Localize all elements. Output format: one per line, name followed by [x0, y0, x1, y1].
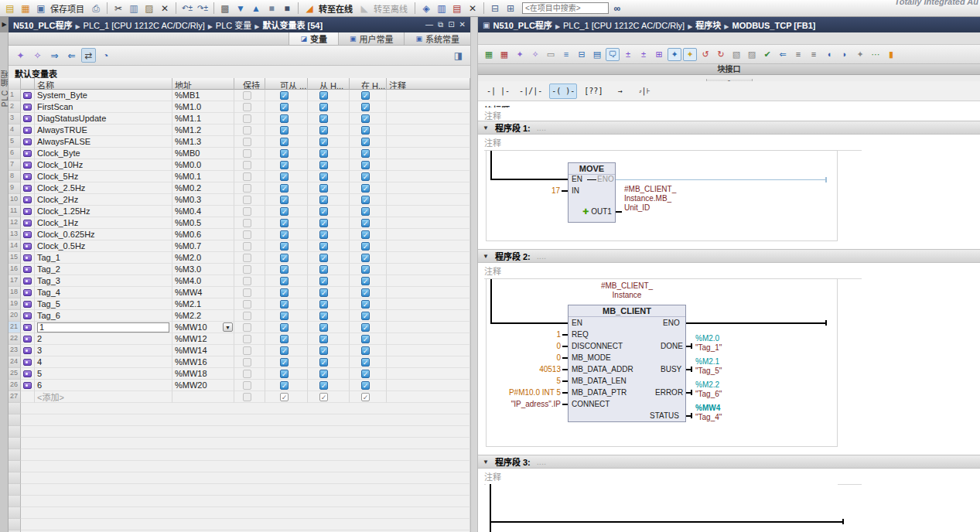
consistency-icon[interactable]: ▨ — [745, 48, 759, 61]
retain-cell[interactable] — [234, 333, 265, 345]
table-row[interactable]: 244%MW16✓✓✓ — [9, 356, 470, 368]
device-view-icon[interactable]: ▤ — [450, 2, 464, 15]
accessibility-cell[interactable]: ✓ — [308, 217, 350, 229]
retain-cell[interactable] — [234, 380, 265, 391]
checkbox[interactable]: ✓ — [361, 393, 370, 401]
accessibility-cell[interactable]: ✓ — [308, 229, 350, 240]
accessibility-cell[interactable]: ✓ — [308, 368, 350, 380]
network-1-canvas[interactable]: MOVEENENOIN17✚ OUT1#MB_CLIENT_Instance.M… — [486, 150, 838, 241]
comment-cell[interactable] — [387, 182, 470, 194]
checkbox[interactable]: ✓ — [280, 149, 289, 158]
breadcrumb-item[interactable]: 默认变量表 [54] — [262, 21, 323, 30]
accessibility-cell[interactable]: ✓ — [350, 217, 387, 229]
accessibility-cell[interactable]: ✓ — [265, 380, 308, 391]
row-number[interactable]: 8 — [9, 171, 21, 182]
tag-name-cell[interactable]: Clock_1.25Hz — [35, 206, 172, 217]
checkbox[interactable] — [243, 277, 251, 285]
accessibility-cell[interactable]: ✓ — [265, 229, 308, 240]
table-row[interactable]: 20Tag_6%M2.2✓✓✓ — [9, 310, 470, 322]
tag-address-cell[interactable]: %MW20 — [172, 380, 234, 391]
accessibility-cell[interactable]: ✓ — [350, 136, 387, 148]
favorites-add-icon[interactable]: ± — [621, 48, 635, 61]
collapse-network-icon[interactable]: ▼ — [483, 459, 489, 466]
accessibility-cell[interactable]: ✓ — [265, 287, 308, 298]
breadcrumb-item[interactable]: N510_PLC程序 — [493, 21, 551, 30]
tag-address-cell[interactable]: %M1.0 — [172, 101, 234, 113]
checkbox[interactable] — [243, 358, 251, 367]
checkbox[interactable]: ✓ — [280, 114, 289, 123]
checkbox[interactable]: ✓ — [361, 300, 370, 309]
retain-cell[interactable] — [234, 217, 265, 229]
new-project-icon[interactable]: ▤ — [3, 2, 17, 15]
accessibility-cell[interactable]: ✓ — [308, 322, 350, 333]
tab-system-constants[interactable]: ▣系统常量 — [404, 32, 470, 45]
checkbox[interactable]: ✓ — [280, 277, 289, 285]
tag-name-cell[interactable]: System_Byte — [35, 90, 172, 101]
tag-name-cell[interactable]: Tag_2 — [35, 264, 172, 275]
input-pin-connect[interactable]: CONNECT — [572, 400, 610, 408]
checkbox[interactable]: ✓ — [361, 91, 370, 100]
tag-address-cell[interactable]: %MW16 — [172, 356, 234, 368]
retain-cell[interactable] — [234, 159, 265, 171]
search-binoculars-icon[interactable]: ∞ — [610, 2, 624, 15]
accessibility-cell[interactable]: ✓ — [265, 113, 308, 124]
copy-icon[interactable]: ▥ — [127, 2, 141, 15]
network-3-canvas[interactable] — [486, 484, 838, 532]
insert-network-icon[interactable]: ▦ — [482, 48, 496, 61]
wand-icon[interactable]: ✦ — [513, 48, 527, 61]
accessibility-cell[interactable]: ✓ — [350, 252, 387, 264]
accessibility-cell[interactable]: ✓ — [350, 264, 387, 275]
tag-address-cell[interactable]: %M0.6 — [172, 229, 234, 240]
comment-cell[interactable] — [387, 310, 470, 322]
accessibility-cell[interactable]: ✓ — [265, 275, 308, 287]
row-number[interactable]: 18 — [9, 287, 21, 298]
accessibility-cell[interactable]: ✓ — [265, 264, 308, 275]
column-header[interactable]: 地址 — [172, 78, 234, 90]
checkbox[interactable]: ✓ — [319, 184, 328, 193]
tag-address-cell[interactable]: %MW14 — [172, 345, 234, 356]
table-row[interactable]: 3DiagStatusUpdate%M1.1✓✓✓ — [9, 113, 470, 124]
accessibility-cell[interactable]: ✓ — [308, 182, 350, 194]
accessibility-cell[interactable]: ✓ — [350, 229, 387, 240]
checkbox[interactable]: ✓ — [280, 242, 289, 251]
retain-toggle-icon[interactable]: ⇄ — [81, 48, 96, 63]
accessibility-cell[interactable]: ✓ — [265, 333, 308, 345]
retain-cell[interactable] — [234, 90, 265, 101]
collapse-network-icon[interactable]: ▼ — [483, 253, 489, 260]
comment-cell[interactable] — [387, 298, 470, 310]
breadcrumb-item[interactable]: 程序块 — [695, 21, 721, 30]
comment-cell[interactable] — [387, 206, 470, 217]
output-pin-busy[interactable]: BUSY — [661, 365, 681, 373]
checkbox[interactable]: ✓ — [280, 335, 289, 343]
checkbox[interactable]: ✓ — [361, 196, 370, 204]
accessibility-cell[interactable]: ✓ — [265, 90, 308, 101]
table-row[interactable]: 4AlwaysTRUE%M1.2✓✓✓ — [9, 124, 470, 136]
call-structure-icon[interactable]: ⋯ — [869, 48, 883, 61]
table-row[interactable]: 18Tag_4%MW4✓✓✓ — [9, 287, 470, 298]
tag-address-cell[interactable]: %M1.2 — [172, 124, 234, 136]
tag-name-cell[interactable]: AlwaysFALSE — [35, 136, 172, 148]
retain-cell[interactable] — [234, 264, 265, 275]
save-project-label[interactable]: 保存项目 — [50, 2, 84, 15]
tag-name-cell[interactable]: <添加> — [35, 391, 172, 403]
checkbox[interactable]: ✓ — [319, 393, 328, 401]
table-row[interactable]: 255%MW18✓✓✓ — [9, 368, 470, 380]
tag-address-cell[interactable]: %M0.3 — [172, 194, 234, 206]
accessibility-cell[interactable]: ✓ — [308, 275, 350, 287]
checkbox[interactable] — [243, 265, 251, 274]
compile-icon[interactable]: ▩ — [218, 2, 232, 15]
table-row[interactable]: 233%MW14✓✓✓ — [9, 345, 470, 356]
comment-cell[interactable] — [387, 101, 470, 113]
accessibility-cell[interactable]: ✓ — [308, 391, 350, 403]
checkbox[interactable]: ✓ — [319, 138, 328, 146]
table-row[interactable]: 5AlwaysFALSE%M1.3✓✓✓ — [9, 136, 470, 148]
checkbox[interactable]: ✓ — [280, 288, 289, 297]
row-number[interactable]: 15 — [9, 252, 21, 264]
tag-name-cell[interactable]: Tag_1 — [35, 252, 172, 264]
checkbox[interactable]: ✓ — [280, 219, 289, 227]
export-icon[interactable]: ⇒ — [47, 48, 62, 63]
in-constant-value[interactable]: 17 — [529, 186, 560, 195]
checkbox[interactable]: ✓ — [361, 277, 370, 285]
column-header[interactable] — [21, 78, 35, 90]
accessibility-cell[interactable]: ✓ — [265, 240, 308, 252]
